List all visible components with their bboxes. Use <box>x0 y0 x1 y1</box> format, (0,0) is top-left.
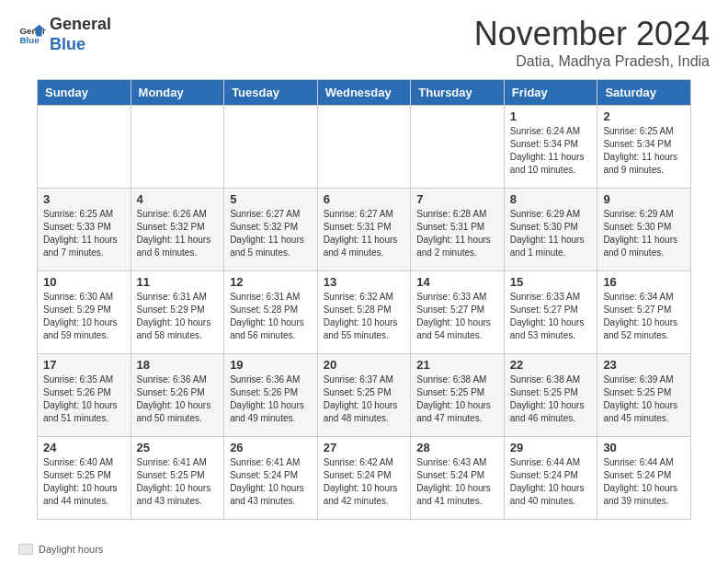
day-info: Sunrise: 6:41 AM Sunset: 5:24 PM Dayligh… <box>230 456 312 508</box>
day-cell: 12Sunrise: 6:31 AM Sunset: 5:28 PM Dayli… <box>224 271 318 354</box>
day-cell <box>317 106 411 189</box>
day-number: 14 <box>416 275 498 289</box>
week-row-4: 17Sunrise: 6:35 AM Sunset: 5:26 PM Dayli… <box>38 354 691 437</box>
day-cell <box>224 106 318 189</box>
day-number: 15 <box>510 275 592 289</box>
calendar-wrapper: SundayMondayTuesdayWednesdayThursdayFrid… <box>0 79 728 538</box>
day-info: Sunrise: 6:44 AM Sunset: 5:24 PM Dayligh… <box>603 456 685 508</box>
day-cell: 4Sunrise: 6:26 AM Sunset: 5:32 PM Daylig… <box>131 189 224 271</box>
week-row-2: 3Sunrise: 6:25 AM Sunset: 5:33 PM Daylig… <box>38 189 691 271</box>
day-info: Sunrise: 6:42 AM Sunset: 5:24 PM Dayligh… <box>324 456 405 508</box>
day-number: 12 <box>230 275 312 289</box>
day-cell <box>38 106 131 189</box>
day-cell: 15Sunrise: 6:33 AM Sunset: 5:27 PM Dayli… <box>504 271 597 354</box>
day-cell: 24Sunrise: 6:40 AM Sunset: 5:25 PM Dayli… <box>38 437 131 520</box>
day-number: 21 <box>416 358 498 372</box>
day-number: 20 <box>324 358 405 372</box>
day-cell: 8Sunrise: 6:29 AM Sunset: 5:30 PM Daylig… <box>504 189 597 271</box>
day-number: 1 <box>510 109 592 123</box>
day-info: Sunrise: 6:44 AM Sunset: 5:24 PM Dayligh… <box>510 456 592 508</box>
day-cell: 27Sunrise: 6:42 AM Sunset: 5:24 PM Dayli… <box>317 437 411 520</box>
day-cell: 5Sunrise: 6:27 AM Sunset: 5:32 PM Daylig… <box>224 189 318 271</box>
day-info: Sunrise: 6:40 AM Sunset: 5:25 PM Dayligh… <box>43 456 125 508</box>
legend-box <box>18 544 33 555</box>
day-number: 19 <box>230 358 312 372</box>
day-cell: 22Sunrise: 6:38 AM Sunset: 5:25 PM Dayli… <box>504 354 597 437</box>
day-cell: 6Sunrise: 6:27 AM Sunset: 5:31 PM Daylig… <box>317 189 411 271</box>
location: Datia, Madhya Pradesh, India <box>474 53 710 70</box>
day-info: Sunrise: 6:33 AM Sunset: 5:27 PM Dayligh… <box>416 291 498 342</box>
title-section: November 2024 Datia, Madhya Pradesh, Ind… <box>474 15 710 70</box>
page-header: General Blue General Blue November 2024 … <box>0 0 728 79</box>
day-info: Sunrise: 6:35 AM Sunset: 5:26 PM Dayligh… <box>43 373 125 425</box>
day-info: Sunrise: 6:38 AM Sunset: 5:25 PM Dayligh… <box>510 373 592 425</box>
day-info: Sunrise: 6:37 AM Sunset: 5:25 PM Dayligh… <box>324 373 405 425</box>
logo-text: General Blue <box>50 15 111 54</box>
day-cell: 13Sunrise: 6:32 AM Sunset: 5:28 PM Dayli… <box>317 271 411 354</box>
week-row-1: 1Sunrise: 6:24 AM Sunset: 5:34 PM Daylig… <box>38 106 691 189</box>
day-info: Sunrise: 6:43 AM Sunset: 5:24 PM Dayligh… <box>416 456 498 508</box>
day-number: 28 <box>416 441 498 454</box>
day-number: 4 <box>137 192 219 206</box>
day-cell: 2Sunrise: 6:25 AM Sunset: 5:34 PM Daylig… <box>597 106 691 189</box>
day-cell: 25Sunrise: 6:41 AM Sunset: 5:25 PM Dayli… <box>131 437 224 520</box>
week-row-3: 10Sunrise: 6:30 AM Sunset: 5:29 PM Dayli… <box>38 271 691 354</box>
day-number: 23 <box>603 358 685 372</box>
day-info: Sunrise: 6:34 AM Sunset: 5:27 PM Dayligh… <box>603 291 685 342</box>
day-cell <box>131 106 224 189</box>
day-number: 13 <box>324 275 405 289</box>
weekday-header-sunday: Sunday <box>38 80 131 106</box>
day-info: Sunrise: 6:25 AM Sunset: 5:33 PM Dayligh… <box>43 208 125 259</box>
day-cell: 21Sunrise: 6:38 AM Sunset: 5:25 PM Dayli… <box>411 354 505 437</box>
day-cell: 29Sunrise: 6:44 AM Sunset: 5:24 PM Dayli… <box>504 437 597 520</box>
day-cell: 11Sunrise: 6:31 AM Sunset: 5:29 PM Dayli… <box>131 271 224 354</box>
day-cell: 23Sunrise: 6:39 AM Sunset: 5:25 PM Dayli… <box>597 354 691 437</box>
day-number: 22 <box>510 358 592 372</box>
day-cell: 19Sunrise: 6:36 AM Sunset: 5:26 PM Dayli… <box>224 354 318 437</box>
legend: Daylight hours <box>0 538 728 560</box>
day-info: Sunrise: 6:25 AM Sunset: 5:34 PM Dayligh… <box>603 125 685 177</box>
weekday-header-monday: Monday <box>131 80 224 106</box>
day-number: 2 <box>603 109 685 123</box>
day-number: 27 <box>324 441 405 454</box>
day-cell: 30Sunrise: 6:44 AM Sunset: 5:24 PM Dayli… <box>597 437 691 520</box>
day-info: Sunrise: 6:32 AM Sunset: 5:28 PM Dayligh… <box>324 291 405 342</box>
day-cell: 28Sunrise: 6:43 AM Sunset: 5:24 PM Dayli… <box>411 437 505 520</box>
weekday-header-thursday: Thursday <box>411 80 505 106</box>
weekday-header-saturday: Saturday <box>597 80 691 106</box>
day-number: 25 <box>137 441 219 454</box>
day-info: Sunrise: 6:29 AM Sunset: 5:30 PM Dayligh… <box>603 208 685 259</box>
day-cell: 9Sunrise: 6:29 AM Sunset: 5:30 PM Daylig… <box>597 189 691 271</box>
day-number: 17 <box>43 358 125 372</box>
day-cell: 20Sunrise: 6:37 AM Sunset: 5:25 PM Dayli… <box>317 354 411 437</box>
svg-text:General: General <box>20 25 47 35</box>
day-info: Sunrise: 6:36 AM Sunset: 5:26 PM Dayligh… <box>137 373 219 425</box>
day-info: Sunrise: 6:26 AM Sunset: 5:32 PM Dayligh… <box>137 208 219 259</box>
day-cell: 18Sunrise: 6:36 AM Sunset: 5:26 PM Dayli… <box>131 354 224 437</box>
weekday-header-row: SundayMondayTuesdayWednesdayThursdayFrid… <box>38 80 691 106</box>
day-info: Sunrise: 6:30 AM Sunset: 5:29 PM Dayligh… <box>43 291 125 342</box>
weekday-header-wednesday: Wednesday <box>317 80 411 106</box>
weekday-header-friday: Friday <box>504 80 597 106</box>
legend-label: Daylight hours <box>39 544 103 555</box>
day-cell: 16Sunrise: 6:34 AM Sunset: 5:27 PM Dayli… <box>597 271 691 354</box>
day-number: 26 <box>230 441 312 454</box>
day-cell <box>411 106 505 189</box>
day-info: Sunrise: 6:36 AM Sunset: 5:26 PM Dayligh… <box>230 373 312 425</box>
day-info: Sunrise: 6:39 AM Sunset: 5:25 PM Dayligh… <box>603 373 685 425</box>
weekday-header-tuesday: Tuesday <box>224 80 318 106</box>
day-number: 10 <box>43 275 125 289</box>
day-cell: 17Sunrise: 6:35 AM Sunset: 5:26 PM Dayli… <box>38 354 131 437</box>
day-number: 24 <box>43 441 125 454</box>
day-info: Sunrise: 6:27 AM Sunset: 5:31 PM Dayligh… <box>324 208 405 259</box>
calendar-table: SundayMondayTuesdayWednesdayThursdayFrid… <box>37 79 691 520</box>
day-info: Sunrise: 6:41 AM Sunset: 5:25 PM Dayligh… <box>137 456 219 508</box>
logo: General Blue General Blue <box>18 15 111 54</box>
day-info: Sunrise: 6:28 AM Sunset: 5:31 PM Dayligh… <box>416 208 498 259</box>
day-info: Sunrise: 6:29 AM Sunset: 5:30 PM Dayligh… <box>510 208 592 259</box>
day-cell: 3Sunrise: 6:25 AM Sunset: 5:33 PM Daylig… <box>38 189 131 271</box>
day-number: 18 <box>137 358 219 372</box>
day-cell: 7Sunrise: 6:28 AM Sunset: 5:31 PM Daylig… <box>411 189 505 271</box>
day-cell: 10Sunrise: 6:30 AM Sunset: 5:29 PM Dayli… <box>38 271 131 354</box>
day-info: Sunrise: 6:27 AM Sunset: 5:32 PM Dayligh… <box>230 208 312 259</box>
